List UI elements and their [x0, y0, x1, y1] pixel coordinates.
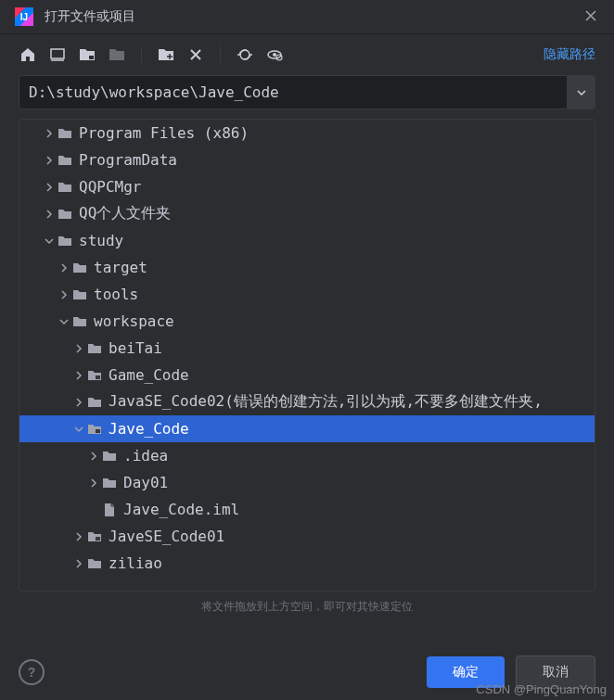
project-icon [86, 422, 103, 437]
chevron-right-icon[interactable] [71, 341, 86, 356]
chevron-right-icon[interactable] [57, 261, 71, 275]
tree-item-label: workspace [94, 312, 174, 330]
tree-item-label: Program Files (x86) [79, 124, 249, 142]
tree-row[interactable]: ProgramData [19, 146, 595, 173]
tree-row[interactable]: Day01 [19, 469, 595, 496]
dialog-title: 打开文件或项目 [45, 8, 573, 25]
tree-item-label: Jave_Code [109, 420, 189, 438]
tree-row[interactable]: workspace [19, 308, 595, 335]
chevron-right-icon[interactable] [71, 395, 86, 410]
chevron-down-icon[interactable] [42, 234, 57, 248]
folder-icon [57, 126, 73, 141]
tree-row[interactable]: JavaSE_Code02(错误的创建方法,引以为戒,不要多创建文件夹, [19, 388, 595, 415]
tree-row[interactable]: Program Files (x86) [19, 120, 595, 146]
chevron-right-icon[interactable] [57, 287, 71, 302]
tree-row[interactable]: .idea [19, 442, 595, 469]
tree-row[interactable]: target [19, 254, 595, 281]
toolbar-separator [141, 46, 142, 63]
desktop-icon[interactable] [48, 45, 67, 64]
tree-item-label: QQPCMgr [79, 178, 141, 196]
tree-item-label: JaveSE_Code01 [109, 528, 224, 545]
tree-row[interactable]: tools [19, 281, 595, 308]
chevron-right-icon[interactable] [42, 207, 57, 222]
svg-rect-0 [51, 49, 64, 58]
folder-icon [101, 449, 118, 464]
module-folder-icon [108, 45, 126, 64]
folder-icon [86, 341, 103, 356]
tree-row[interactable]: Game_Code [19, 362, 595, 388]
tree-item-label: ProgramData [79, 151, 177, 169]
toolbar-separator [220, 46, 221, 63]
tree-row[interactable]: Jave_Code.iml [19, 496, 595, 523]
new-folder-icon[interactable] [157, 45, 175, 64]
delete-icon[interactable] [186, 45, 205, 64]
folder-icon [57, 234, 73, 248]
folder-icon [86, 395, 103, 410]
tree-row[interactable]: study [19, 227, 595, 254]
file-tree[interactable]: Program Files (x86)ProgramDataQQPCMgrQQ个… [19, 119, 595, 592]
hide-path-link[interactable]: 隐藏路径 [544, 46, 595, 63]
tree-row[interactable]: ziliao [19, 550, 595, 577]
svg-rect-7 [96, 375, 100, 378]
tree-row[interactable]: QQ个人文件夹 [19, 200, 595, 227]
tree-item-label: QQ个人文件夹 [79, 204, 171, 223]
chevron-right-icon[interactable] [71, 368, 86, 383]
svg-rect-2 [89, 56, 94, 59]
help-button[interactable]: ? [19, 659, 45, 685]
tree-row[interactable]: QQPCMgr [19, 173, 595, 200]
folder-icon [86, 556, 103, 571]
folder-icon [71, 261, 88, 275]
tree-row[interactable]: Jave_Code [19, 415, 595, 442]
path-input[interactable] [19, 75, 568, 109]
tree-item-label: .idea [123, 447, 168, 465]
close-button[interactable] [584, 9, 599, 24]
home-icon[interactable] [19, 45, 37, 64]
file-icon [101, 503, 118, 517]
show-hidden-icon[interactable] [265, 45, 284, 64]
watermark: CSDN @PingQuanYong [476, 682, 607, 696]
folder-icon [71, 287, 88, 302]
svg-rect-9 [96, 429, 100, 432]
chevron-right-icon[interactable] [86, 476, 101, 490]
chevron-right-icon[interactable] [71, 556, 86, 571]
tree-item-label: ziliao [109, 554, 162, 572]
project-icon [86, 368, 103, 383]
tree-row[interactable]: JaveSE_Code01 [19, 523, 595, 550]
tree-item-label: JavaSE_Code02(错误的创建方法,引以为戒,不要多创建文件夹, [109, 392, 543, 412]
folder-icon [57, 153, 73, 168]
drop-hint: 将文件拖放到上方空间，即可对其快速定位 [0, 592, 614, 622]
refresh-icon[interactable] [236, 45, 254, 64]
tree-item-label: study [79, 232, 123, 249]
path-dropdown-button[interactable] [568, 75, 595, 109]
project-icon [86, 529, 103, 544]
folder-icon [57, 207, 73, 222]
tree-item-label: beiTai [109, 339, 162, 357]
chevron-right-icon[interactable] [86, 449, 101, 464]
tree-item-label: target [94, 259, 147, 276]
folder-icon [101, 476, 118, 490]
svg-rect-11 [96, 537, 100, 540]
folder-icon [71, 314, 88, 329]
chevron-none [86, 503, 101, 517]
svg-point-4 [273, 53, 276, 57]
chevron-right-icon[interactable] [42, 126, 57, 141]
chevron-down-icon[interactable] [71, 422, 86, 437]
folder-icon [57, 180, 73, 195]
chevron-down-icon[interactable] [57, 314, 71, 329]
tree-item-label: Day01 [123, 474, 168, 491]
tree-row[interactable]: beiTai [19, 335, 595, 362]
tree-item-label: Game_Code [109, 366, 189, 384]
chevron-right-icon[interactable] [71, 529, 86, 544]
app-icon: IJ [15, 7, 33, 26]
chevron-right-icon[interactable] [42, 153, 57, 168]
project-folder-icon[interactable] [78, 45, 96, 64]
tree-item-label: tools [94, 286, 138, 303]
tree-item-label: Jave_Code.iml [123, 501, 239, 518]
chevron-right-icon[interactable] [42, 180, 57, 195]
